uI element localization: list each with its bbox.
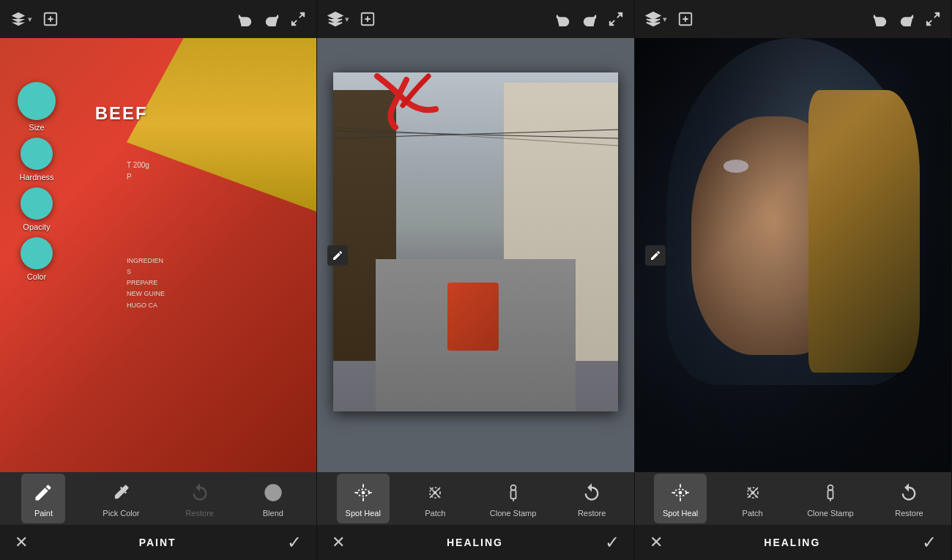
panel-title-healing-1: HEALING [447, 537, 503, 548]
healing2-tools: Spot Heal Patch [635, 472, 951, 525]
cancel-button-h2[interactable]: ✕ [650, 533, 663, 552]
svg-point-7 [361, 491, 365, 495]
fullscreen-icon-h2[interactable] [925, 11, 941, 27]
tool-spot-heal-2[interactable]: Spot Heal [654, 474, 707, 523]
dark-overlay [635, 38, 951, 472]
paint-tools: Paint Pick Color Restore [0, 472, 316, 525]
tool-restore[interactable]: Restore [176, 474, 223, 523]
topbar-healing-2: ▾ [635, 0, 951, 38]
topbar-healing-1: ▾ [317, 0, 633, 38]
panel-title-healing-2: HEALING [764, 537, 820, 548]
redo-icon-h1[interactable] [581, 11, 598, 27]
undo-icon-h1[interactable] [555, 11, 571, 27]
fullscreen-icon-h1[interactable] [608, 11, 624, 27]
healing1-image-area [317, 38, 633, 472]
street-scene [333, 72, 618, 411]
topbar-right-h1 [555, 11, 624, 27]
tool-pick-color[interactable]: Pick Color [94, 474, 148, 523]
healing1-canvas[interactable] [317, 38, 633, 472]
topbar-right-h2 [872, 11, 941, 27]
spot-heal-label-1: Spot Heal [346, 509, 381, 518]
tool-blend[interactable]: Blend [251, 474, 295, 523]
svg-point-16 [510, 485, 516, 490]
svg-point-21 [679, 491, 683, 495]
size-slider[interactable]: Size [18, 82, 56, 132]
clone-stamp-icon-2 [817, 479, 844, 506]
topbar-right-paint [237, 11, 306, 27]
healing2-toolbar: Spot Heal Patch [635, 472, 951, 560]
paint-bg-yellow [127, 38, 316, 212]
restore-label: Restore [185, 509, 214, 518]
portrait-canvas[interactable] [635, 38, 951, 472]
paint-toolbar: Paint Pick Color Restore [0, 472, 316, 560]
hardness-circle [21, 138, 53, 170]
patch-label-2: Patch [743, 509, 763, 518]
undo-icon-h2[interactable] [872, 11, 888, 27]
redo-icon-h2[interactable] [899, 11, 915, 27]
panel-healing-1: ▾ [317, 0, 634, 560]
layers-icon-h2[interactable]: ▾ [645, 11, 667, 27]
paint-label: Paint [34, 509, 53, 518]
redo-icon[interactable] [264, 11, 280, 27]
tool-patch-2[interactable]: Patch [731, 474, 775, 523]
topbar-left-paint: ▾ [10, 11, 59, 27]
restore-icon [187, 479, 213, 506]
can-label-detail: T 200gP [127, 160, 149, 183]
hardness-label: Hardness [19, 173, 53, 182]
color-label: Color [27, 272, 46, 281]
blend-label: Blend [263, 509, 283, 518]
healing2-action-bar: ✕ HEALING ✓ [635, 525, 951, 560]
healing1-tools: Spot Heal Patch [317, 472, 633, 525]
spot-heal-label-2: Spot Heal [663, 509, 698, 518]
layers-icon[interactable]: ▾ [10, 11, 32, 27]
export-icon[interactable] [42, 11, 59, 27]
panel-healing-2: ▾ [635, 0, 952, 560]
eye-highlight [724, 160, 749, 173]
pencil-overlay-h1[interactable] [327, 245, 348, 266]
pencil-overlay-h2[interactable] [645, 245, 666, 266]
panel-paint: ▾ BEEF T 200gP I [0, 0, 317, 560]
patch-label-1: Patch [425, 509, 445, 518]
color-circle [21, 237, 53, 269]
healing1-toolbar: Spot Heal Patch [317, 472, 633, 560]
healing1-action-bar: ✕ HEALING ✓ [317, 525, 633, 560]
opacity-label: Opacity [23, 223, 50, 231]
tool-spot-heal-1[interactable]: Spot Heal [337, 474, 390, 523]
confirm-button[interactable]: ✓ [287, 532, 302, 553]
blend-icon [260, 479, 286, 506]
svg-point-1 [264, 484, 281, 501]
export-icon-h2[interactable] [677, 11, 693, 27]
clone-stamp-icon-1 [500, 479, 527, 506]
red-graffiti [333, 72, 618, 411]
confirm-button-h1[interactable]: ✓ [605, 532, 620, 553]
panel-title-paint: PAINT [139, 537, 176, 548]
size-label: Size [29, 123, 44, 132]
street-photo-frame [333, 72, 618, 411]
tool-clone-stamp-1[interactable]: Clone Stamp [481, 474, 546, 523]
topbar-paint: ▾ [0, 0, 316, 38]
cancel-button-h1[interactable]: ✕ [332, 533, 345, 552]
restore-label-2: Restore [895, 509, 923, 518]
restore-icon-1 [579, 479, 605, 506]
opacity-slider[interactable]: Opacity [21, 187, 53, 231]
size-circle [18, 82, 56, 120]
cancel-button[interactable]: ✕ [15, 533, 28, 552]
can-label-beef: BEEF [95, 103, 148, 124]
fullscreen-icon[interactable] [290, 11, 306, 27]
clone-stamp-label-2: Clone Stamp [807, 509, 854, 518]
paint-image-area: BEEF T 200gP INGREDIENSPREPARENEW GUINEH… [0, 38, 316, 472]
tool-paint[interactable]: Paint [21, 474, 65, 523]
export-icon-h1[interactable] [360, 11, 376, 27]
tool-restore-1[interactable]: Restore [569, 474, 615, 523]
tool-clone-stamp-2[interactable]: Clone Stamp [798, 474, 863, 523]
tool-patch-1[interactable]: Patch [413, 474, 457, 523]
spot-heal-icon-2 [667, 479, 693, 506]
layers-icon-h1[interactable]: ▾ [327, 11, 349, 27]
undo-icon[interactable] [237, 11, 253, 27]
color-picker[interactable]: Color [21, 237, 53, 281]
tool-restore-2[interactable]: Restore [886, 474, 932, 523]
confirm-button-h2[interactable]: ✓ [922, 532, 937, 553]
paint-action-bar: ✕ PAINT ✓ [0, 525, 316, 560]
hardness-slider[interactable]: Hardness [19, 138, 53, 182]
topbar-left-h1: ▾ [327, 11, 376, 27]
